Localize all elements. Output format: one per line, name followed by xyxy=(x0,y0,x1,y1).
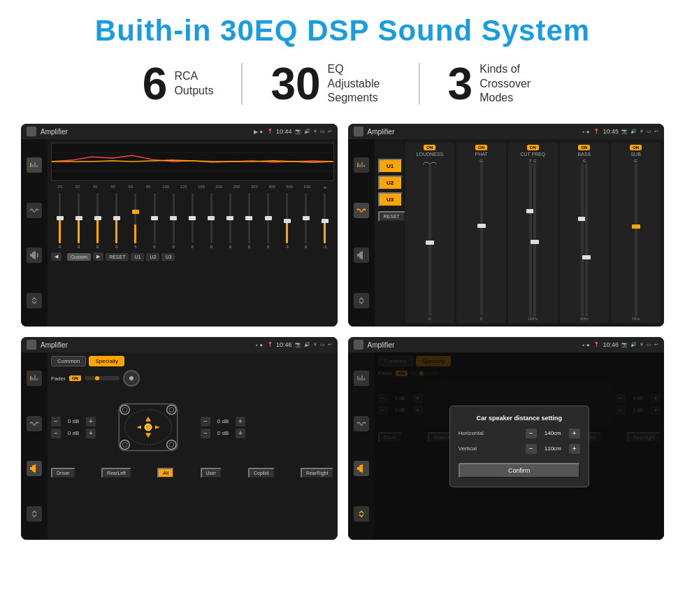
s3-arrows-icon[interactable] xyxy=(27,506,42,522)
eq-u3-btn[interactable]: U3 xyxy=(161,253,175,261)
tab-common[interactable]: Common xyxy=(51,356,86,366)
fader-knob[interactable] xyxy=(123,370,140,387)
bass-on-badge[interactable]: ON xyxy=(578,145,590,150)
s4-arrows-icon[interactable] xyxy=(354,506,369,522)
vol-right-bot-plus[interactable]: + xyxy=(236,429,245,438)
eq-preset-label[interactable]: Custom xyxy=(67,253,91,261)
vol-right-top-minus[interactable]: − xyxy=(201,417,210,427)
s4-speaker-icon[interactable] xyxy=(354,461,369,476)
crossover-speaker-icon[interactable] xyxy=(354,248,369,263)
tab-specialty[interactable]: Specialty xyxy=(89,356,124,366)
eq-slider-5[interactable]: 0 xyxy=(145,193,163,249)
eq-slider-7[interactable]: 0 xyxy=(184,193,201,249)
loudness-on-badge[interactable]: ON xyxy=(424,145,435,150)
svg-rect-18 xyxy=(30,467,32,470)
crossover-reset-btn[interactable]: RESET xyxy=(378,211,405,222)
eq-slider-6[interactable]: 0 xyxy=(165,193,182,249)
screen3-main: Common Specialty Fader ON xyxy=(48,352,338,540)
btn-rearright[interactable]: RearRight xyxy=(301,468,334,478)
vol-left-top-plus[interactable]: + xyxy=(86,417,96,427)
btn-copilot[interactable]: Copilot xyxy=(248,468,275,478)
s4-wave-icon[interactable] xyxy=(354,416,369,431)
dialog-horizontal-value: 140cm xyxy=(539,430,567,436)
home-icon-4[interactable] xyxy=(354,340,363,350)
fader-slider[interactable] xyxy=(85,376,120,380)
bass-slider-1[interactable] xyxy=(581,163,584,317)
home-icon-1[interactable] xyxy=(27,127,36,136)
screens-grid: Amplifier ▶ ● 📍 10:44 📷 🔊 ✕ ▭ ↩ xyxy=(21,124,664,540)
btn-user[interactable]: User xyxy=(201,468,222,478)
dialog-horizontal-minus[interactable]: − xyxy=(526,429,537,438)
home-icon-2[interactable] xyxy=(354,127,363,136)
dialog-vertical-label: Vertical xyxy=(459,445,493,452)
dialog-vertical-plus[interactable]: + xyxy=(569,444,580,454)
speaker-diagram xyxy=(99,392,197,462)
loudness-slider-1[interactable] xyxy=(428,166,431,315)
eq-slider-2[interactable]: 0 xyxy=(89,193,106,249)
fader-label: Fader xyxy=(51,375,66,382)
eq-slider-14[interactable]: -1 xyxy=(316,193,333,249)
u1-button[interactable]: U1 xyxy=(378,159,403,173)
dialog-confirm-button[interactable]: Confirm xyxy=(459,463,580,478)
sub-on-badge[interactable]: ON xyxy=(630,145,642,150)
dialog-overlay: Car speaker distance setting Horizontal … xyxy=(375,352,665,540)
eq-slider-0[interactable]: 0 xyxy=(51,193,68,249)
speaker-icon[interactable] xyxy=(27,248,42,263)
crossover-eq-icon[interactable] xyxy=(354,157,369,173)
cutfreq-slider-2[interactable] xyxy=(533,163,536,317)
eq-slider-9[interactable]: 0 xyxy=(222,193,239,249)
u3-button[interactable]: U3 xyxy=(378,192,403,207)
cutfreq-on-badge[interactable]: ON xyxy=(527,145,539,150)
vol-right-bot-minus[interactable]: − xyxy=(201,429,210,438)
cutfreq-label: CUT FREQ xyxy=(520,152,545,157)
wave-icon[interactable] xyxy=(27,203,42,218)
home-icon-3[interactable] xyxy=(27,340,36,350)
dialog-vertical-minus[interactable]: − xyxy=(526,444,537,454)
eq-u2-btn[interactable]: U2 xyxy=(146,253,159,261)
s4-eq-icon[interactable] xyxy=(354,371,369,386)
btn-rearleft[interactable]: RearLeft xyxy=(101,468,131,478)
dialog-horizontal-plus[interactable]: + xyxy=(569,429,580,438)
vol-left-bot-minus[interactable]: − xyxy=(51,429,61,438)
eq-u1-btn[interactable]: U1 xyxy=(131,253,144,261)
fader-on-badge[interactable]: ON xyxy=(69,375,81,381)
eq-slider-13[interactable]: 0 xyxy=(297,193,315,249)
media-icon-2: ▪ ● xyxy=(583,129,590,135)
eq-slider-1[interactable]: 0 xyxy=(70,193,87,249)
eq-icon[interactable] xyxy=(27,157,42,173)
vol-left-bot-plus[interactable]: + xyxy=(86,429,96,438)
s3-wave-icon[interactable] xyxy=(27,416,42,431)
eq-slider-3[interactable]: 0 xyxy=(108,193,125,249)
side-panel-1 xyxy=(21,139,48,327)
eq-slider-11[interactable]: 0 xyxy=(259,193,277,249)
btn-all[interactable]: All xyxy=(157,468,174,478)
s3-speaker-icon[interactable] xyxy=(27,461,42,476)
screen4-side-panel xyxy=(348,352,375,540)
eq-next-arrow[interactable]: ▶ xyxy=(93,252,103,261)
eq-prev-btn[interactable]: ◀ xyxy=(51,252,62,261)
bass-slider-2[interactable] xyxy=(585,163,588,317)
eq-prev-arrow[interactable]: ◀ xyxy=(51,252,62,261)
eq-slider-8[interactable]: 0 xyxy=(203,193,220,249)
phat-on-badge[interactable]: ON xyxy=(475,145,487,150)
arrows-icon[interactable] xyxy=(27,293,42,308)
crossover-wave-icon[interactable] xyxy=(354,203,369,218)
svg-point-25 xyxy=(167,405,176,414)
screen-dialog: Amplifier ▪ ● 📍 10:46 📷 🔊 ✕ ▭ ↩ xyxy=(348,337,665,540)
crossover-arrows-icon[interactable] xyxy=(354,293,369,308)
sub-slider[interactable] xyxy=(635,163,637,317)
u2-button[interactable]: U2 xyxy=(378,176,403,190)
s3-eq-icon[interactable] xyxy=(27,371,42,386)
vol-right-top-plus[interactable]: + xyxy=(236,417,245,427)
status-time-1: 10:44 xyxy=(276,128,292,135)
eq-reset-btn[interactable]: RESET xyxy=(106,253,129,261)
media-icon-3: ▪ ● xyxy=(256,342,263,348)
phat-slider[interactable] xyxy=(480,163,483,315)
vol-left-top-minus[interactable]: − xyxy=(51,417,61,427)
stat-crossover: 3 Kinds of Crossover Modes xyxy=(420,62,571,106)
svg-point-24 xyxy=(122,408,127,413)
btn-driver[interactable]: Driver xyxy=(51,468,75,478)
eq-slider-4[interactable]: 5 xyxy=(127,193,144,249)
eq-slider-12[interactable]: -1 xyxy=(278,193,296,249)
eq-slider-10[interactable]: 0 xyxy=(240,193,258,249)
